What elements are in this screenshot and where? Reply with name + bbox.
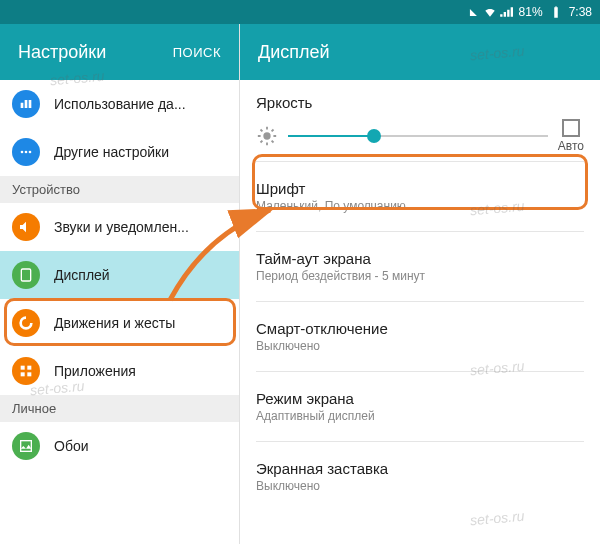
battery-icon (549, 5, 563, 19)
settings-header: Настройки ПОИСК (0, 24, 239, 80)
row-screen-mode[interactable]: Режим экрана Адаптивный дисплей (256, 380, 584, 433)
svg-rect-4 (21, 366, 25, 370)
display-panel: Дисплей Яркость Авто Шрифт (240, 24, 600, 544)
more-icon (12, 138, 40, 166)
brightness-block: Яркость Авто (256, 94, 584, 153)
auto-label: Авто (558, 139, 584, 153)
row-subtitle: Выключено (256, 479, 584, 493)
nav-item-motions[interactable]: Движения и жесты (0, 299, 239, 347)
apps-icon (12, 357, 40, 385)
display-icon (12, 261, 40, 289)
signal-icon (499, 5, 513, 19)
search-button[interactable]: ПОИСК (173, 45, 221, 60)
svg-rect-6 (21, 372, 25, 376)
nav-label: Звуки и уведомлен... (54, 219, 189, 235)
nav-item-more[interactable]: Другие настройки (0, 128, 239, 176)
data-usage-icon (12, 90, 40, 118)
wallpaper-icon (12, 432, 40, 460)
display-header: Дисплей (240, 24, 600, 80)
row-daydream[interactable]: Экранная заставка Выключено (256, 450, 584, 503)
section-device: Устройство (0, 176, 239, 203)
row-title: Тайм-аут экрана (256, 250, 584, 267)
row-title: Режим экрана (256, 390, 584, 407)
auto-brightness-checkbox[interactable] (562, 119, 580, 137)
divider (256, 371, 584, 372)
no-sim-icon (467, 5, 481, 19)
nav-item-wallpaper[interactable]: Обои (0, 422, 239, 470)
divider (256, 231, 584, 232)
brightness-icon (256, 125, 278, 147)
brightness-slider[interactable] (288, 126, 548, 146)
status-icons (467, 5, 513, 19)
brightness-label: Яркость (256, 94, 584, 111)
display-content: Яркость Авто Шрифт Маленький, По умолчан… (240, 80, 600, 544)
divider (256, 161, 584, 162)
status-time: 7:38 (569, 5, 592, 19)
motion-icon (12, 309, 40, 337)
nav-item-data-usage[interactable]: Использование да... (0, 80, 239, 128)
svg-rect-3 (21, 269, 30, 281)
nav-label: Дисплей (54, 267, 110, 283)
settings-title: Настройки (18, 42, 106, 63)
row-font[interactable]: Шрифт Маленький, По умолчанию (256, 170, 584, 223)
svg-point-2 (29, 151, 32, 154)
svg-point-1 (25, 151, 28, 154)
nav-item-display[interactable]: Дисплей (0, 251, 239, 299)
nav-item-sounds[interactable]: Звуки и уведомлен... (0, 203, 239, 251)
nav-label: Использование да... (54, 96, 186, 112)
svg-rect-5 (27, 366, 31, 370)
settings-sidebar: Настройки ПОИСК Использование да... Друг… (0, 24, 240, 544)
display-title: Дисплей (258, 42, 330, 63)
svg-rect-7 (27, 372, 31, 376)
status-bar: 81% 7:38 (0, 0, 600, 24)
svg-point-0 (21, 151, 24, 154)
divider (256, 441, 584, 442)
nav-label: Другие настройки (54, 144, 169, 160)
sound-icon (12, 213, 40, 241)
row-subtitle: Маленький, По умолчанию (256, 199, 584, 213)
nav-label: Приложения (54, 363, 136, 379)
nav-item-apps[interactable]: Приложения (0, 347, 239, 395)
row-title: Шрифт (256, 180, 584, 197)
row-title: Экранная заставка (256, 460, 584, 477)
svg-point-9 (263, 132, 270, 139)
section-personal: Личное (0, 395, 239, 422)
battery-percent: 81% (519, 5, 543, 19)
wifi-icon (483, 5, 497, 19)
row-subtitle: Адаптивный дисплей (256, 409, 584, 423)
divider (256, 301, 584, 302)
nav-list: Использование да... Другие настройки Уст… (0, 80, 239, 544)
row-subtitle: Период бездействия - 5 минут (256, 269, 584, 283)
row-title: Смарт-отключение (256, 320, 584, 337)
row-timeout[interactable]: Тайм-аут экрана Период бездействия - 5 м… (256, 240, 584, 293)
row-subtitle: Выключено (256, 339, 584, 353)
nav-label: Движения и жесты (54, 315, 175, 331)
svg-rect-8 (21, 441, 32, 452)
row-smart-stay[interactable]: Смарт-отключение Выключено (256, 310, 584, 363)
nav-label: Обои (54, 438, 89, 454)
